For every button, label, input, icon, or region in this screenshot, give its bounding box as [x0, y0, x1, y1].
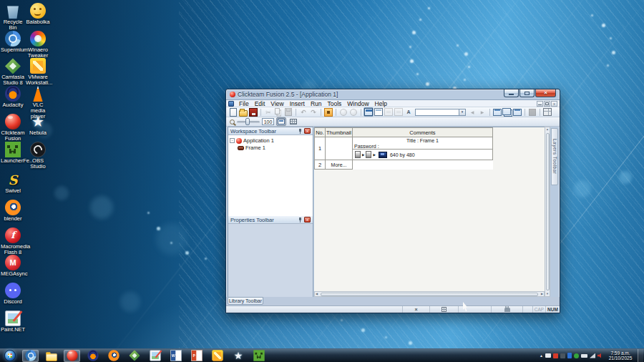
vertical-scrollbar[interactable]: ▲ ▼ — [545, 127, 550, 297]
tree-item-frame[interactable]: Frame 1 — [230, 145, 311, 151]
more-frames-button[interactable]: More... — [326, 160, 353, 170]
tray-updater-icon[interactable] — [560, 353, 565, 358]
taskbar-start-button[interactable] — [1, 350, 18, 362]
frame-editor-button[interactable] — [374, 107, 384, 117]
mdi-restore-button[interactable] — [544, 101, 550, 107]
taskbar-camtasia-button[interactable] — [126, 350, 142, 362]
frame-thumbnail-cell[interactable] — [326, 137, 353, 160]
frame-selector-input[interactable] — [415, 109, 459, 116]
frame-selector-dropdown-button[interactable]: ▼ — [459, 109, 466, 116]
desktop-icon-obs[interactable]: OBS Studio — [26, 142, 50, 170]
new-frame-button[interactable] — [492, 107, 502, 117]
workspace-close-button[interactable]: x — [304, 128, 311, 134]
desktop-icon-swivel[interactable]: SSwivel — [1, 172, 25, 194]
taskbar-explorer-button[interactable] — [43, 350, 59, 362]
desktop-icon-megasync[interactable]: MMEGAsync — [1, 255, 25, 277]
taskbar-audacity-button[interactable] — [84, 350, 101, 362]
scroll-right-icon[interactable]: ▶ — [540, 292, 544, 296]
pin-icon[interactable] — [298, 129, 302, 134]
tree-item-application[interactable]: - Application 1 — [230, 137, 311, 144]
frame-comment-text[interactable]: Title : Frame 1 Password : — [353, 137, 492, 150]
show-desktop-button[interactable] — [638, 349, 643, 362]
desktop-icon-launcherfenix[interactable]: LauncherFe... — [1, 142, 25, 164]
desktop-icon-paintnet[interactable]: Paint.NET — [1, 310, 25, 333]
zoom-value-input[interactable]: 100 — [262, 118, 274, 125]
tray-battery-icon[interactable] — [581, 354, 587, 358]
fade-in-transition-icon[interactable] — [355, 151, 361, 158]
fade-out-transition-icon[interactable] — [366, 151, 371, 158]
menu-window[interactable]: Window — [344, 100, 371, 107]
taskbar-clickteam-fusion-button[interactable] — [64, 350, 80, 362]
megasync-icon: M — [5, 255, 21, 270]
vertical-scrollbar-thumb[interactable] — [546, 133, 550, 290]
menu-help[interactable]: Help — [372, 100, 390, 107]
minimize-button[interactable] — [504, 89, 519, 97]
data-elements-button[interactable]: A — [404, 107, 414, 117]
menu-edit[interactable]: Edit — [252, 100, 268, 107]
tray-keyboard-icon[interactable] — [545, 353, 551, 358]
save-button[interactable] — [248, 107, 258, 117]
desktop-icon-vmware[interactable]: VMware Workstati... — [26, 58, 50, 86]
desktop-icon-balabolka[interactable]: Balabolka — [26, 3, 50, 25]
taskbar-paintnet-button[interactable] — [147, 350, 163, 362]
menu-view[interactable]: View — [268, 100, 286, 107]
title-bar[interactable]: Clickteam Fusion 2.5 - [Application 1] × — [226, 89, 560, 99]
tree-expand-icon[interactable]: - — [230, 138, 235, 143]
close-button[interactable]: × — [535, 89, 556, 97]
taskbar-word-button[interactable]: W — [167, 350, 184, 362]
taskbar-nebula-button[interactable]: ★ — [230, 350, 246, 362]
horizontal-scrollbar[interactable]: ◀ ▶ — [314, 291, 545, 297]
taskbar-launcherfenix-button[interactable] — [250, 350, 267, 362]
maximize-button[interactable] — [519, 89, 535, 97]
scroll-up-icon[interactable]: ▲ — [545, 127, 550, 132]
tray-network-icon[interactable] — [590, 353, 595, 358]
tray-expand-icon[interactable]: ▲ — [540, 353, 543, 358]
menu-tools[interactable]: Tools — [325, 100, 345, 107]
desktop-icon-macromedia-flash[interactable]: fMacromedia Flash 8 — [1, 228, 25, 255]
properties-toolbar-header[interactable]: Properties Toolbar x — [228, 216, 313, 224]
menu-insert[interactable]: Insert — [287, 100, 308, 107]
paste-frame-button[interactable] — [512, 107, 522, 117]
desktop-icon-supermium[interactable]: Supermium — [1, 31, 25, 53]
library-toolbar-tab[interactable]: Library Toolbar — [228, 297, 263, 305]
taskbar-supermium-button[interactable] — [22, 350, 39, 362]
tray-volume-icon[interactable] — [597, 353, 603, 358]
pin-icon[interactable] — [298, 217, 302, 222]
new-object-button[interactable] — [323, 107, 333, 117]
tray-alert-icon[interactable] — [553, 353, 558, 358]
taskbar-blender-button[interactable] — [105, 350, 122, 362]
desktop-icon-recycle-bin[interactable]: Recycle Bin — [1, 3, 25, 31]
desktop-icon-nebula[interactable]: ★Nebula — [26, 114, 50, 136]
mdi-minimize-button[interactable] — [537, 101, 543, 107]
menu-file[interactable]: File — [236, 100, 252, 107]
grid-options-button[interactable] — [542, 107, 552, 117]
thumbnail-view-button[interactable] — [276, 117, 286, 126]
open-button[interactable] — [238, 107, 248, 117]
mdi-close-button[interactable]: x — [551, 101, 557, 107]
copy-frame-button[interactable] — [502, 107, 512, 117]
screen-resolution-icon[interactable] — [379, 152, 387, 158]
desktop-icon-discord[interactable]: Discord — [1, 283, 25, 305]
desktop-icon-audacity[interactable]: Audacity — [1, 86, 25, 108]
storyboard-editor-button[interactable] — [364, 107, 374, 117]
new-button[interactable] — [228, 107, 238, 117]
zoom-slider-thumb[interactable] — [245, 118, 250, 125]
taskbar-vmware-button[interactable] — [209, 350, 225, 362]
horizontal-scrollbar-thumb[interactable] — [321, 293, 538, 296]
layers-toolbar-tab[interactable]: Layers Toolbar — [551, 128, 558, 185]
scroll-left-icon[interactable]: ◀ — [315, 292, 318, 296]
tray-bluetooth-icon[interactable] — [567, 353, 572, 358]
desktop-icon-camtasia[interactable]: Camtasia Studio 8 — [1, 58, 25, 86]
properties-close-button[interactable]: x — [304, 217, 311, 222]
taskbar-clock[interactable]: 7:59 a.m. 21/10/2025 — [605, 351, 635, 361]
tray-antivirus-icon[interactable] — [574, 353, 579, 358]
zoom-slider[interactable] — [237, 121, 260, 123]
desktop-icon-blender[interactable]: blender — [1, 200, 25, 222]
scroll-down-icon[interactable]: ▼ — [545, 292, 550, 296]
workspace-toolbar-header[interactable]: Workspace Toolbar x — [228, 127, 313, 135]
toolbar-separator — [336, 109, 336, 116]
menu-run[interactable]: Run — [308, 100, 325, 107]
grid-view-button[interactable] — [288, 117, 298, 126]
desktop-icon-winaero[interactable]: Winaero Tweaker — [26, 31, 50, 59]
taskbar-powerpoint-button[interactable]: P — [188, 350, 205, 362]
